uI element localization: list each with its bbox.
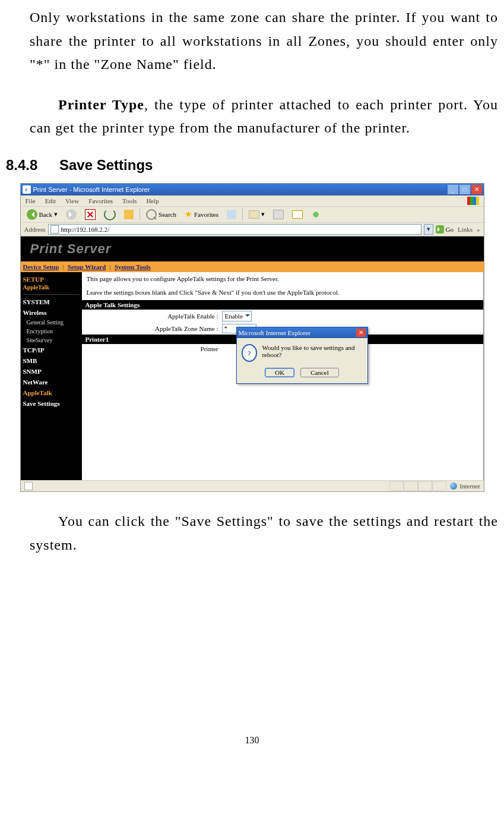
- intro-text-2: Leave the settings boxes blank and Click…: [82, 286, 483, 299]
- sidebar-item-appletalk[interactable]: AppleTalk: [23, 387, 80, 398]
- printserver-logo: Print Server: [30, 241, 112, 257]
- edit-button[interactable]: [290, 210, 305, 219]
- window-title: Print Server - Microsoft Internet Explor…: [33, 186, 150, 193]
- address-bar: Address http://192.168.2.2/ ▾ Go Links »: [21, 223, 484, 236]
- sidebar-subitem-encryption[interactable]: Encryption: [23, 327, 80, 336]
- search-icon: [146, 209, 157, 220]
- dialog-title: Microsoft Internet Explorer: [239, 329, 311, 336]
- sidebar-item-smb[interactable]: SMB: [23, 355, 80, 366]
- section-number: 8.4.8: [6, 157, 59, 174]
- sidebar-item-save-settings[interactable]: Save Settings: [23, 398, 80, 409]
- sidebar: SETUP AppleTalk SYSTEM Wireless General …: [21, 272, 82, 480]
- page-number: 130: [6, 735, 498, 746]
- screenshot: e Print Server - Microsoft Internet Expl…: [20, 183, 484, 492]
- confirm-dialog: Microsoft Internet Explorer ✕ ? Would yo…: [236, 327, 368, 384]
- ms-flag-icon: [467, 197, 479, 205]
- messenger-icon: [311, 210, 321, 219]
- links-label[interactable]: Links: [456, 226, 474, 233]
- menu-help[interactable]: Help: [146, 197, 159, 204]
- chevron-icon[interactable]: »: [477, 226, 480, 233]
- minimize-button[interactable]: _: [448, 185, 458, 194]
- status-zone: Internet: [459, 482, 480, 490]
- label-appletalk-enable: AppleTalk Enable :: [82, 313, 222, 320]
- go-button[interactable]: Go: [436, 225, 453, 234]
- mail-icon: [292, 210, 303, 219]
- refresh-icon: [104, 209, 116, 220]
- sidebar-item-tcpip[interactable]: TCP/IP: [23, 345, 80, 355]
- favorites-button[interactable]: ★Favorites: [182, 210, 221, 219]
- back-button[interactable]: Back ▾: [24, 209, 61, 220]
- menu-favorites[interactable]: Favorites: [88, 197, 113, 204]
- intro-text-1: This page allows you to configure AppleT…: [82, 272, 483, 286]
- print-button[interactable]: [271, 209, 286, 220]
- section-appletalk: Apple Talk Settings: [82, 300, 483, 310]
- select-appletalk-enable[interactable]: Enable: [222, 311, 252, 321]
- section-title: Save Settings: [59, 157, 153, 173]
- window-titlebar: e Print Server - Microsoft Internet Expl…: [21, 184, 484, 195]
- paragraph-zone-note: Only workstations in the same zone can s…: [30, 6, 498, 77]
- dialog-close-button[interactable]: ✕: [356, 329, 366, 337]
- status-page-icon: [24, 482, 33, 490]
- tab-system-tools[interactable]: System Tools: [115, 263, 151, 270]
- home-button[interactable]: [122, 209, 136, 220]
- messenger-button[interactable]: [309, 209, 323, 220]
- print-icon: [273, 210, 284, 219]
- history-button[interactable]: [224, 209, 239, 220]
- toolbar-separator: [140, 209, 140, 220]
- history-icon: [227, 210, 236, 219]
- status-bar: Internet: [21, 480, 484, 491]
- sidebar-item-wireless[interactable]: Wireless: [23, 307, 80, 318]
- sidebar-item-system[interactable]: SYSTEM: [23, 296, 80, 307]
- sidebar-subitem-general[interactable]: General Setting: [23, 318, 80, 327]
- label-zone-name: AppleTalk Zone Name :: [82, 325, 222, 332]
- menu-tools[interactable]: Tools: [122, 197, 137, 204]
- ie-icon: e: [23, 185, 31, 194]
- dialog-ok-button[interactable]: OK: [265, 368, 294, 377]
- sidebar-setup: SETUP: [23, 276, 80, 283]
- tab-separator: |: [62, 263, 64, 270]
- menu-edit[interactable]: Edit: [45, 197, 56, 204]
- close-button[interactable]: ✕: [471, 185, 482, 194]
- back-icon: [27, 209, 37, 220]
- sidebar-item-netware[interactable]: NetWare: [23, 377, 80, 387]
- sidebar-subitem-sitesurvey[interactable]: SiteSurvey: [23, 336, 80, 345]
- printer-type-bold: Printer Type: [58, 97, 144, 112]
- menubar: File Edit View Favorites Tools Help: [21, 195, 484, 207]
- dialog-message: Would you like to save settings and rebo…: [262, 344, 362, 362]
- sidebar-sub: AppleTalk: [23, 284, 80, 291]
- section-heading: 8.4.8Save Settings: [6, 157, 498, 174]
- mail-button[interactable]: ▾: [246, 210, 267, 219]
- paragraph-printer-type: Printer Type, the type of printer attach…: [30, 93, 498, 140]
- sidebar-item-snmp[interactable]: SNMP: [23, 366, 80, 377]
- printserver-tabs: Device Setup | Setup Wizard | System Too…: [21, 261, 484, 272]
- menu-file[interactable]: File: [26, 197, 36, 204]
- stop-button[interactable]: [83, 209, 98, 220]
- folder-icon: [249, 210, 259, 219]
- forward-button[interactable]: [64, 209, 79, 220]
- home-icon: [124, 210, 134, 219]
- label-printer: Printer: [82, 345, 222, 352]
- globe-icon: [450, 482, 457, 490]
- paragraph-save-settings: You can click the "Save Settings" to sav…: [30, 510, 498, 557]
- toolbar: Back ▾ Search ★Favorites ▾: [21, 207, 484, 223]
- go-icon: [436, 225, 444, 234]
- star-icon: ★: [185, 210, 192, 219]
- toolbar-separator: [242, 209, 243, 220]
- maximize-button[interactable]: □: [459, 185, 470, 194]
- address-input[interactable]: http://192.168.2.2/: [48, 224, 422, 235]
- menu-view[interactable]: View: [65, 197, 79, 204]
- address-dropdown[interactable]: ▾: [424, 224, 433, 235]
- tab-setup-wizard[interactable]: Setup Wizard: [68, 263, 106, 270]
- printserver-header: Print Server: [21, 236, 484, 261]
- main-panel: This page allows you to configure AppleT…: [82, 272, 484, 480]
- address-value: http://192.168.2.2/: [61, 226, 110, 233]
- tab-device-setup[interactable]: Device Setup: [23, 263, 59, 270]
- page-icon: [50, 225, 59, 234]
- tab-separator: |: [109, 263, 110, 270]
- stop-icon: [85, 209, 96, 220]
- forward-icon: [66, 209, 77, 220]
- search-button[interactable]: Search: [144, 209, 179, 220]
- dialog-cancel-button[interactable]: Cancel: [300, 368, 339, 377]
- question-icon: ?: [242, 344, 258, 362]
- refresh-button[interactable]: [102, 208, 118, 221]
